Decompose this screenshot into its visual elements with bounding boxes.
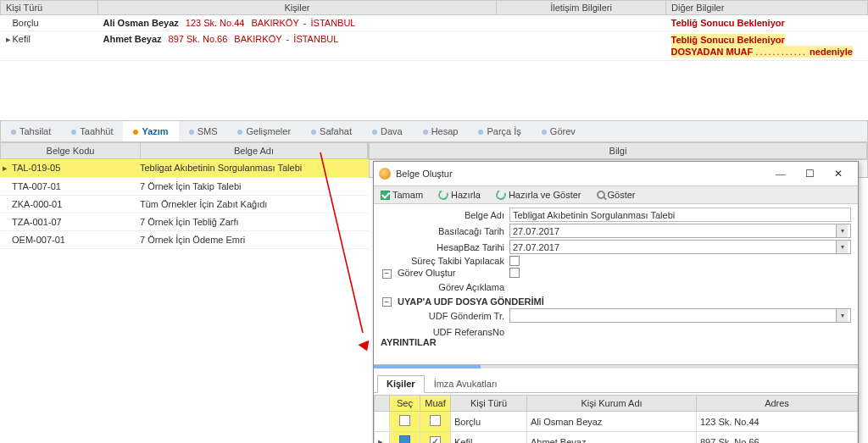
pgrid-header-addr: Adres: [697, 396, 858, 412]
checkbox-gorev-olustur[interactable]: [509, 268, 520, 278]
ok-button[interactable]: Tamam: [377, 188, 426, 202]
input-udf-gonderim[interactable]: ▾: [509, 308, 851, 323]
search-icon: [597, 191, 605, 199]
close-button[interactable]: ✕: [824, 164, 853, 183]
label-gorev-aciklama: Görev Açıklama: [381, 282, 509, 292]
dialog-subtabs: Kişilerİmza Avukatları: [374, 375, 858, 393]
checkbox-sec[interactable]: [399, 435, 410, 443]
col-header-contact: İletişim Bilgileri: [497, 1, 666, 15]
subtab-kişiler[interactable]: Kişiler: [377, 375, 425, 393]
persons-subgrid: Seç Muaf Kişi Türü Kişi Kurum Adı Adres …: [374, 395, 858, 443]
collapse-toggle-uyap[interactable]: −: [382, 297, 392, 307]
tab-tahsilat[interactable]: Tahsilat: [1, 121, 61, 141]
checkbox-surec-takibi[interactable]: [509, 256, 520, 266]
tab-hesap[interactable]: Hesap: [413, 121, 469, 141]
checkbox-muaf[interactable]: [430, 436, 441, 443]
label-ayrintilar: AYRINTILAR: [381, 337, 437, 347]
collapse-toggle-gorev[interactable]: −: [382, 269, 392, 279]
chevron-down-icon[interactable]: ▾: [836, 309, 848, 322]
tab-yazım[interactable]: Yazım: [123, 121, 178, 141]
prepare-button[interactable]: Hazırla: [435, 188, 484, 202]
main-tab-bar: TahsilatTaahhütYazımSMSGelişmelerSafahat…: [0, 120, 868, 142]
arrow-annotation-head: [358, 341, 372, 353]
label-udf-referans: UDF ReferansNo: [381, 327, 509, 337]
input-basilacagi-tarih[interactable]: 27.07.2017▾: [509, 224, 851, 238]
doc-header-name: Belge Adı: [141, 143, 368, 158]
tab-görev[interactable]: Görev: [531, 121, 586, 141]
maximize-button[interactable]: ☐: [795, 164, 824, 183]
subtab-i̇mza-avukatları[interactable]: İmza Avukatları: [425, 375, 507, 392]
prepare-show-button[interactable]: Hazırla ve Göster: [492, 188, 585, 202]
label-basilacagi-tarih: Basılacağı Tarih: [381, 226, 509, 236]
dialog-title: Belge Oluştur: [396, 169, 453, 179]
persons-grid: Kişi Türü Kişiler İletişim Bilgileri Diğ…: [0, 0, 868, 61]
document-row[interactable]: OEM-007-017 Örnek İçin Ödeme Emri: [0, 231, 369, 249]
refresh-icon: [437, 188, 449, 201]
label-uyap-section: UYAP'A UDF DOSYA GÖNDERİMİ: [398, 296, 544, 307]
section-divider: [374, 364, 858, 368]
tab-safahat[interactable]: Safahat: [301, 121, 362, 141]
input-belge-adi[interactable]: Tebligat Akıbetinin Sorgulanması Talebi: [509, 208, 851, 222]
chevron-down-icon[interactable]: ▾: [836, 241, 848, 253]
tab-parça i̇ş[interactable]: Parça İş: [468, 121, 531, 141]
document-row[interactable]: ZKA-000-01Tüm Örnekler İçin Zabıt Kağıdı: [0, 196, 369, 213]
document-row[interactable]: ▸TAL-019-05Tebligat Akıbetinin Sorgulanm…: [0, 159, 369, 178]
checkbox-sec[interactable]: [399, 415, 410, 426]
label-belge-adi: Belge Adı: [381, 210, 509, 220]
document-row[interactable]: TTA-007-017 Örnek İçin Takip Talebi: [0, 178, 369, 196]
label-udf-gonderim: UDF Gönderim Tr.: [381, 311, 509, 321]
pgrid-header-sec: Seç: [390, 396, 420, 412]
label-hesapbaz-tarihi: HesapBaz Tarihi: [381, 242, 509, 252]
pgrid-row[interactable]: BorçluAli Osman Beyaz123 Sk. No.44: [375, 412, 858, 432]
pgrid-header-type: Kişi Türü: [451, 396, 527, 412]
checkbox-muaf[interactable]: [430, 415, 441, 426]
col-header-type: Kişi Türü: [1, 1, 98, 15]
tab-gelişmeler[interactable]: Gelişmeler: [227, 121, 301, 141]
col-header-persons: Kişiler: [98, 1, 497, 15]
pgrid-header-name: Kişi Kurum Adı: [527, 396, 697, 412]
dialog-toolbar: Tamam Hazırla Hazırla ve Göster Göster: [374, 186, 858, 204]
create-document-dialog: Belge Oluştur — ☐ ✕ Tamam Hazırla Hazırl…: [373, 161, 859, 443]
doc-header-code: Belge Kodu: [1, 143, 141, 158]
chevron-down-icon[interactable]: ▾: [836, 224, 848, 237]
check-icon: [381, 191, 390, 200]
tab-taahhüt[interactable]: Taahhüt: [61, 121, 123, 141]
refresh-icon: [494, 188, 507, 201]
minimize-button[interactable]: —: [766, 164, 795, 183]
label-surec-takibi: Süreç Takibi Yapılacak: [381, 256, 509, 266]
person-row[interactable]: ▸KefilAhmet Beyaz897 Sk. No.66BAKIRKÖY -…: [1, 31, 868, 61]
col-header-other: Diğer Bilgiler: [666, 1, 868, 15]
person-row[interactable]: BorçluAli Osman Beyaz123 Sk. No.44BAKIRK…: [1, 15, 868, 31]
tab-sms[interactable]: SMS: [179, 121, 228, 141]
show-button[interactable]: Göster: [593, 188, 639, 202]
doc-header-info: Bilgi: [370, 143, 867, 158]
tab-dava[interactable]: Dava: [362, 121, 413, 141]
dialog-icon: [379, 168, 391, 180]
document-row[interactable]: TZA-001-077 Örnek İçin Tebliğ Zarfı: [0, 213, 369, 231]
label-gorev-olustur: Görev Oluştur: [398, 268, 455, 278]
pgrid-row[interactable]: ▸KefilAhmet Beyaz897 Sk. No.66: [375, 432, 858, 444]
pgrid-header-muaf: Muaf: [420, 396, 451, 412]
input-hesapbaz-tarihi[interactable]: 27.07.2017▾: [509, 240, 851, 254]
